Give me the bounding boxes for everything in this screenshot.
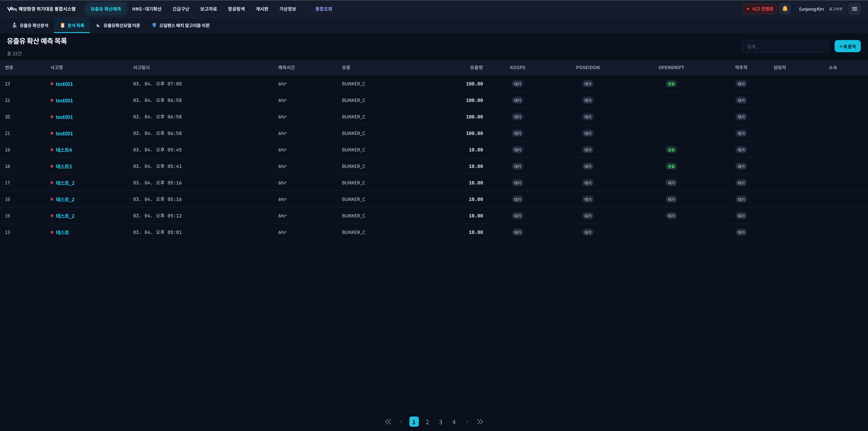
- svg-text:ing: ing: [13, 6, 17, 11]
